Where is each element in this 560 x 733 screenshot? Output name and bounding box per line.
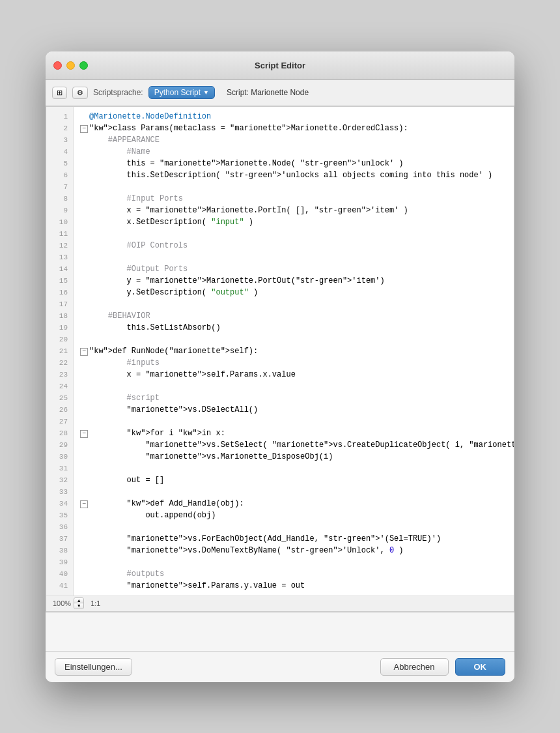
maximize-button[interactable] bbox=[79, 61, 88, 70]
view-icon: ⊞ bbox=[57, 89, 63, 97]
chevron-down-icon: ▼ bbox=[203, 89, 209, 96]
ok-button[interactable]: OK bbox=[455, 658, 506, 676]
toolbar: ⊞ ⚙ Scriptsprache: Python Script ▼ Scrip… bbox=[46, 80, 514, 106]
script-language-dropdown[interactable]: Python Script ▼ bbox=[148, 86, 215, 99]
line-numbers: 1234567891011121314151617181920212223242… bbox=[46, 107, 74, 596]
footer-right-buttons: Abbrechen OK bbox=[380, 658, 505, 676]
einstellungen-button[interactable]: Einstellungen... bbox=[55, 658, 132, 676]
code-editor[interactable]: 1234567891011121314151617181920212223242… bbox=[46, 106, 514, 612]
status-bar: 100% ▲ ▼ 1:1 bbox=[46, 596, 514, 611]
script-lang-label: Scriptsprache: bbox=[93, 88, 143, 97]
zoom-stepper[interactable]: ▲ ▼ bbox=[74, 597, 84, 609]
zoom-value: 100% bbox=[53, 599, 71, 607]
cancel-button[interactable]: Abbrechen bbox=[380, 658, 449, 676]
window-title: Script Editor bbox=[255, 61, 305, 70]
zoom-up-button[interactable]: ▲ bbox=[74, 598, 83, 603]
script-lang-value: Python Script bbox=[154, 88, 201, 97]
zoom-control: 100% ▲ ▼ bbox=[53, 597, 84, 609]
gear-icon: ⚙ bbox=[77, 89, 83, 97]
code-content[interactable]: @Marionette.NodeDefinition −"kw">class P… bbox=[74, 107, 514, 596]
code-area[interactable]: 1234567891011121314151617181920212223242… bbox=[46, 107, 514, 596]
traffic-lights bbox=[53, 61, 88, 70]
cursor-position: 1:1 bbox=[91, 599, 100, 607]
script-editor-window: Script Editor ⊞ ⚙ Scriptsprache: Python … bbox=[46, 51, 514, 682]
fold-icon[interactable]: − bbox=[80, 500, 88, 508]
minimize-button[interactable] bbox=[66, 61, 75, 70]
fold-icon[interactable]: − bbox=[80, 125, 88, 133]
bottom-panel bbox=[46, 612, 514, 651]
script-info: Script: Marionette Node bbox=[227, 88, 309, 97]
zoom-down-button[interactable]: ▼ bbox=[74, 603, 83, 609]
footer: Einstellungen... Abbrechen OK bbox=[46, 651, 514, 682]
view-toggle-button[interactable]: ⊞ bbox=[52, 87, 67, 99]
fold-icon[interactable]: − bbox=[80, 348, 88, 356]
close-button[interactable] bbox=[53, 61, 62, 70]
fold-icon[interactable]: − bbox=[80, 430, 88, 438]
titlebar: Script Editor bbox=[46, 51, 514, 80]
settings-gear-button[interactable]: ⚙ bbox=[72, 87, 88, 99]
